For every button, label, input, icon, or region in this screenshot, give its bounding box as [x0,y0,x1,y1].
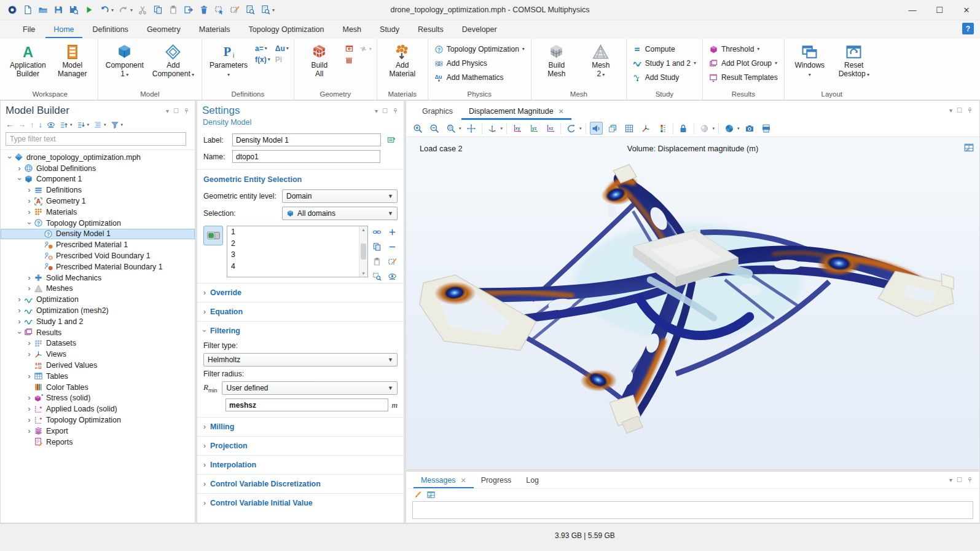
tree-item-optimization[interactable]: ›Optimization [1,294,195,305]
tree-item-study-1-and-2[interactable]: ›Study 1 and 2 [1,316,195,327]
tree-expander-icon[interactable]: › [25,219,34,227]
rotate-dropdown-icon[interactable]: ▾ [579,126,582,131]
color-legend-icon[interactable] [656,122,669,135]
ribbon-button-model-manager[interactable]: ModelManager [51,41,94,79]
ribbon-button-reset-desktop[interactable]: ResetDesktop ▾ [833,41,876,79]
tree-expander-icon[interactable]: › [25,405,33,413]
ribbon-small-def-a[interactable]: a=▾ [255,44,270,53]
tree-item-global-definitions[interactable]: ›Global Definitions [1,163,195,174]
filter-type-select[interactable]: Helmholtz▼ [203,353,398,367]
ribbon-button-build-all[interactable]: BuildAll [298,41,341,79]
close-tab-icon[interactable]: ✕ [559,108,564,116]
node-order-icon[interactable] [93,121,102,129]
panel-float-icon[interactable]: ☐ [957,477,962,483]
ribbon-button-parameters[interactable]: PiParameters ▾ [206,41,251,79]
ribbon-button-compute[interactable]: Compute [630,43,699,55]
expand-all-icon[interactable] [77,121,85,129]
grid-icon[interactable] [623,122,636,135]
tab-displacement-magnitude[interactable]: Displacement Magnitude✕ [461,103,571,120]
rotate-icon[interactable] [565,122,578,135]
transparency-icon[interactable] [606,122,619,135]
select-mode-icon[interactable] [698,122,711,135]
selection-list-item[interactable]: 1 [231,228,355,239]
close-button[interactable]: ✕ [953,1,980,20]
tree-item-stress-solid-[interactable]: ›*Stress (solid) [1,393,195,404]
panel-pin-icon[interactable] [183,108,190,114]
ribbon-button-windows[interactable]: Windows ▾ [788,41,831,79]
tree-item-definitions[interactable]: ›Definitions [1,184,195,196]
tree-item-topology-optimization[interactable]: ›*Topology Optimization [1,414,195,426]
tree-expander-icon[interactable]: › [15,328,24,336]
filter-icon[interactable] [111,121,119,129]
tree-expander-icon[interactable]: › [15,295,23,304]
panel-menu-icon[interactable]: ▾ [949,107,952,114]
selection-visibility-icon[interactable] [387,271,398,282]
open-table-icon[interactable] [426,490,436,499]
tree-item-tables[interactable]: ›Tables [1,371,195,382]
tree-expander-icon[interactable]: › [25,208,33,216]
ribbon-button-study-1-and-2[interactable]: Study 1 and 2▾ [630,57,699,69]
panel-menu-icon[interactable]: ▾ [166,108,169,114]
ribbon-button-threshold[interactable]: Threshold▾ [707,43,780,55]
ribbon-small-geo-del[interactable] [345,56,354,65]
ribbon-small-def-fx[interactable]: f(x)▾ [255,55,270,64]
tree-expander-icon[interactable]: › [25,339,33,347]
panel-float-icon[interactable]: ☐ [382,108,388,114]
selection-list-item[interactable]: 2 [231,239,355,251]
clear-messages-icon[interactable] [412,490,421,499]
ribbon-tab-mesh[interactable]: Mesh [334,22,369,38]
zoom-dropdown-icon[interactable]: ▾ [459,126,461,131]
ribbon-button-component-1[interactable]: Component1 ▾ [102,41,147,79]
ribbon-tab-definitions[interactable]: Definitions [85,22,136,38]
section-projection[interactable]: ›Projection [197,436,404,455]
ribbon-button-add-physics[interactable]: Add Physics [432,57,527,69]
zoom-extents-icon[interactable] [465,122,478,135]
tree-item-prescribed-material-1[interactable]: Prescribed Material 1 [1,239,195,250]
tree-item-prescribed-void-boundary-1[interactable]: Prescribed Void Boundary 1 [1,250,195,261]
order-dropdown-icon[interactable]: ▾ [104,122,106,127]
view-xz-icon[interactable]: xz [544,122,557,135]
section-override[interactable]: ›Override [197,283,404,302]
scene-light-icon[interactable] [590,122,603,135]
create-selection-icon[interactable] [372,227,382,237]
section-milling[interactable]: ›Milling [197,417,404,436]
selection-list-item[interactable]: 3 [231,250,355,262]
rename-icon[interactable] [385,134,398,146]
tree-item-density-model-1[interactable]: ?Density Model 1 [1,229,195,240]
update-dropdown-icon[interactable]: ▾ [737,126,740,131]
open-file-icon[interactable] [37,4,49,16]
select-box-icon[interactable] [213,4,225,16]
view-yz-icon[interactable]: yz [527,122,540,135]
tree-expander-icon[interactable]: › [25,197,33,205]
ribbon-button-add-study[interactable]: Add Study [630,71,699,84]
nav-back-icon[interactable]: ← [6,120,14,129]
ribbon-button-add-plot-group[interactable]: Add Plot Group▾ [707,57,780,69]
selection-list-item[interactable]: 4 [231,262,355,274]
tab-progress[interactable]: Progress [474,473,519,488]
ribbon-button-application-builder[interactable]: AApplicationBuilder [6,41,50,79]
ribbon-button-topology-optimization[interactable]: ?Topology Optimization▾ [432,43,527,55]
tree-item-color-tables[interactable]: Color Tables [1,382,195,393]
section-filtering[interactable]: › Filtering [197,321,404,340]
tree-item-meshes[interactable]: ›Meshes [1,283,195,295]
radius-mode-select[interactable]: User defined▼ [222,381,398,395]
run-icon[interactable] [83,4,95,16]
panel-menu-icon[interactable]: ▾ [375,108,378,114]
maximize-button[interactable]: ☐ [926,1,953,20]
paste-selection-icon[interactable] [372,256,382,267]
show-icon[interactable] [47,121,55,129]
messages-output[interactable] [412,501,973,519]
selection-select[interactable]: All domains▼ [282,207,398,220]
tree-expander-icon[interactable]: › [25,372,33,381]
move-down-icon[interactable]: ↓ [39,120,43,129]
save-icon[interactable] [52,4,64,16]
ribbon-button-add-mathematics[interactable]: ΔuAdd Mathematics [432,71,527,84]
select-dropdown-icon[interactable]: ▾ [713,126,715,131]
tree-expander-icon[interactable]: › [25,350,33,359]
tree-expander-icon[interactable]: › [25,186,33,194]
tree-item-reports[interactable]: Reports [1,437,195,448]
tree-item-derived-values[interactable]: 8.85e-12Derived Values [1,360,195,371]
ribbon-button-add-component[interactable]: AddComponent ▾ [149,41,198,79]
show-axes-icon[interactable] [640,122,653,135]
selection-list-scrollbar[interactable]: ▲▼ [359,226,367,277]
